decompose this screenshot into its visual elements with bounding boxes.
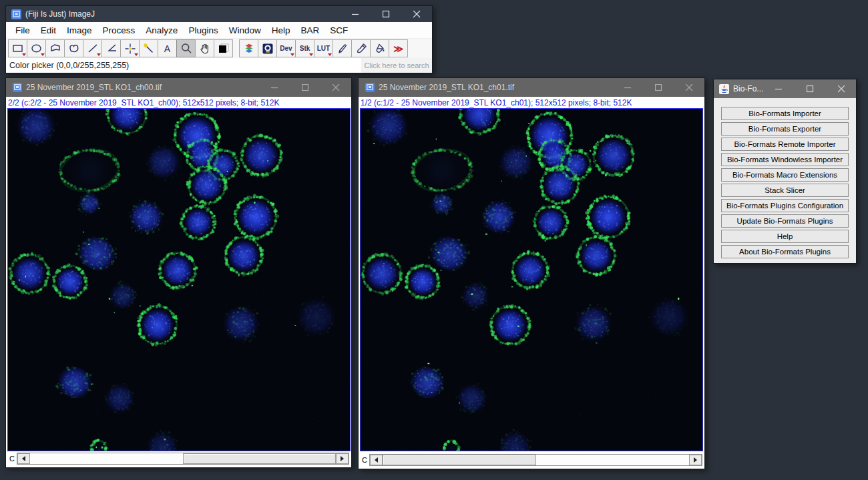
main-titlebar[interactable]: (Fiji Is Just) ImageJ — [6, 6, 432, 22]
help-button[interactable]: Help — [721, 230, 849, 243]
scrollbar-track[interactable] — [30, 453, 336, 464]
close-icon[interactable] — [674, 78, 704, 97]
statusbar: Color picker (0,0,0/255,255,255) Click h… — [6, 58, 432, 73]
imagej-app-icon — [13, 83, 22, 92]
bioformats-windowless-importer-button[interactable]: Bio-Formats Windowless Importer — [721, 153, 849, 166]
channel-slider-row: C — [360, 453, 703, 467]
lut-menu-tool-button[interactable]: LUT — [314, 39, 333, 57]
scrollbar-track[interactable] — [383, 455, 689, 465]
search-input[interactable]: Click here to search — [361, 58, 432, 73]
commands-tool-button[interactable] — [258, 39, 277, 57]
hand-tool-button[interactable] — [195, 39, 214, 57]
image-canvas-frame — [7, 108, 351, 451]
bioformats-remote-importer-button[interactable]: Bio-Formats Remote Importer — [721, 138, 849, 151]
menu-item-file[interactable]: File — [10, 25, 35, 35]
stacks-menu-tool-button[interactable]: Stk — [295, 39, 314, 57]
oval-tool-button[interactable] — [27, 39, 46, 57]
maximize-icon[interactable] — [643, 78, 674, 97]
toolbar: A Dev Stk — [6, 39, 432, 58]
bioformats-macro-extensions-button[interactable]: Bio-Formats Macro Extensions — [721, 168, 849, 182]
scroll-left-arrow-icon[interactable] — [17, 453, 30, 464]
minimize-icon[interactable] — [763, 79, 795, 98]
bioformats-window-title: Bio-Fo... — [733, 84, 763, 93]
zoom-tool-button[interactable] — [176, 39, 196, 57]
menu-item-process[interactable]: Process — [97, 25, 141, 35]
minimize-icon[interactable] — [612, 78, 643, 97]
flood-fill-tool-button[interactable] — [370, 39, 389, 57]
microscopy-image-ch01[interactable] — [361, 109, 702, 451]
scroll-right-arrow-icon[interactable] — [336, 453, 349, 464]
dropdown-triangle-icon — [22, 53, 26, 56]
image-window-controls — [259, 78, 351, 97]
image-window-titlebar[interactable]: 25 November 2019_STL KO1_ch01.tif — [359, 78, 704, 97]
bioformats-button-list: Bio-Formats Importer Bio-Formats Exporte… — [714, 98, 856, 258]
polygon-tool-button[interactable] — [45, 39, 65, 57]
bioformats-plugins-configuration-button[interactable]: Bio-Formats Plugins Configuration — [721, 199, 849, 212]
close-icon[interactable] — [320, 78, 351, 97]
line-tool-button[interactable] — [83, 39, 102, 57]
channel-scrollbar[interactable] — [369, 454, 702, 466]
scroll-left-arrow-icon[interactable] — [370, 455, 383, 465]
maximize-icon[interactable] — [795, 79, 826, 98]
pencil-tool-button[interactable] — [333, 39, 352, 57]
minimize-icon[interactable] — [259, 78, 290, 97]
image-info-text: 1/2 (c:1/2 - 25 November 2019_STL KO1_ch… — [359, 97, 704, 108]
image-canvas-frame — [360, 108, 703, 451]
menu-item-image[interactable]: Image — [61, 25, 97, 35]
about-bioformats-plugins-button[interactable]: About Bio-Formats Plugins — [721, 245, 849, 258]
paintbrush-tool-button[interactable] — [351, 39, 371, 57]
freehand-tool-button[interactable] — [64, 39, 83, 57]
channel-label: C — [7, 455, 17, 463]
close-icon[interactable] — [826, 79, 857, 98]
angle-tool-button[interactable] — [101, 39, 121, 57]
sync-windows-tool-button[interactable] — [239, 39, 258, 57]
bioformats-importer-button[interactable]: Bio-Formats Importer — [721, 107, 849, 120]
dev-menu-tool-button[interactable]: Dev — [276, 39, 296, 57]
bioformats-window-controls — [763, 79, 857, 98]
stack-slicer-button[interactable]: Stack Slicer — [721, 184, 849, 197]
close-icon[interactable] — [401, 6, 432, 22]
image-window-title: 25 November 2019_STL KO1_ch00.tif — [26, 83, 162, 92]
channel-slider-row: C — [7, 452, 350, 465]
bioformats-window: Bio-Fo... Bio-Formats Importer Bio-Forma… — [713, 79, 857, 264]
menu-item-analyze[interactable]: Analyze — [140, 25, 183, 35]
main-window-controls — [340, 6, 432, 22]
color-picker-tool-button[interactable] — [214, 39, 233, 57]
menu-item-window[interactable]: Window — [224, 25, 266, 35]
point-tool-button[interactable] — [120, 39, 140, 57]
more-tools-glyph: ≫ — [393, 44, 403, 53]
channel-scrollbar[interactable] — [17, 453, 349, 465]
java-app-icon — [719, 84, 729, 94]
scrollbar-thumb[interactable] — [183, 453, 336, 464]
update-bioformats-plugins-button[interactable]: Update Bio-Formats Plugins — [721, 214, 849, 228]
imagej-app-icon — [365, 83, 375, 92]
maximize-icon[interactable] — [290, 78, 320, 97]
image-window-controls — [612, 78, 704, 97]
scroll-right-arrow-icon[interactable] — [689, 455, 702, 465]
channel-label: C — [360, 456, 369, 464]
menu-item-scf[interactable]: SCF — [324, 25, 353, 35]
more-tools-button[interactable]: ≫ — [389, 39, 408, 57]
rectangle-tool-button[interactable] — [8, 39, 27, 57]
menu-item-help[interactable]: Help — [266, 25, 296, 35]
microscopy-image-ch00[interactable] — [8, 109, 350, 451]
menu-item-edit[interactable]: Edit — [35, 25, 61, 35]
bioformats-titlebar[interactable]: Bio-Fo... — [714, 79, 856, 98]
image-info-text: 2/2 (c:2/2 - 25 November 2019_STL KO1_ch… — [6, 97, 351, 108]
dropdown-triangle-icon — [97, 53, 101, 56]
menubar: File Edit Image Process Analyze Plugins … — [6, 22, 432, 39]
maximize-icon[interactable] — [371, 6, 401, 22]
scrollbar-thumb[interactable] — [383, 455, 536, 465]
text-tool-glyph: A — [164, 43, 170, 54]
dev-menu-label: Dev — [280, 45, 292, 52]
image-window-titlebar[interactable]: 25 November 2019_STL KO1_ch00.tif — [6, 78, 351, 97]
menu-item-plugins[interactable]: Plugins — [183, 25, 223, 35]
menu-item-bar[interactable]: BAR — [295, 25, 324, 35]
toolbar-gap — [232, 39, 239, 57]
bioformats-exporter-button[interactable]: Bio-Formats Exporter — [721, 122, 849, 136]
status-text: Color picker (0,0,0/255,255,255) — [6, 61, 129, 70]
text-tool-button[interactable]: A — [158, 39, 177, 57]
dropdown-triangle-icon — [134, 53, 138, 56]
wand-tool-button[interactable] — [139, 39, 158, 57]
minimize-icon[interactable] — [340, 6, 371, 22]
